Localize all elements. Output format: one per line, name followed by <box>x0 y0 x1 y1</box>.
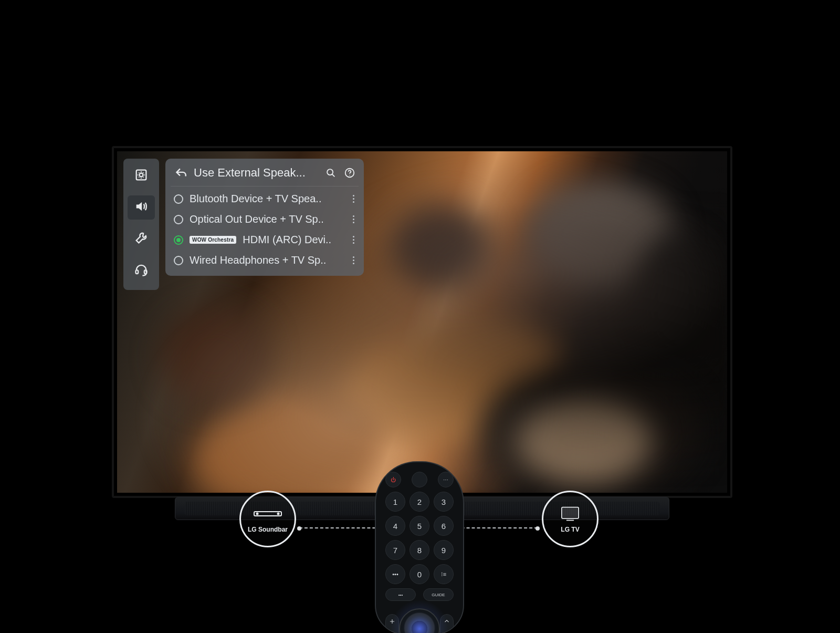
numpad-3[interactable]: 3 <box>434 492 454 512</box>
more-icon[interactable] <box>353 236 355 244</box>
power-button[interactable]: ⏻ <box>385 472 401 487</box>
brightness-icon <box>134 168 149 184</box>
tv-frame: Use External Speak... Blutooth Device + … <box>112 146 732 498</box>
soundbar-badge: LG Soundbar <box>239 491 296 547</box>
wrench-icon <box>134 231 149 247</box>
option-label: HDMI (ARC) Devi.. <box>243 234 331 246</box>
tv-badge: LG TV <box>542 491 598 547</box>
svg-point-8 <box>257 513 258 514</box>
sidebar-item-sound[interactable] <box>128 195 155 220</box>
sidebar-item-general[interactable] <box>128 227 155 251</box>
soundbar-label: LG Soundbar <box>248 526 288 533</box>
numpad-8[interactable]: 8 <box>410 540 429 560</box>
more-icon[interactable] <box>353 215 355 223</box>
radio-icon <box>174 256 183 265</box>
numpad-0[interactable]: 0 <box>410 564 429 584</box>
radio-icon <box>174 194 183 204</box>
option-optical-tv[interactable]: Optical Out Device + TV Sp.. <box>174 213 355 225</box>
numpad-5[interactable]: 5 <box>410 516 429 536</box>
ok-button[interactable] <box>412 621 427 633</box>
numpad-1[interactable]: 1 <box>385 492 405 512</box>
numpad-9[interactable]: 9 <box>434 540 454 560</box>
remote-blank-button[interactable] <box>412 472 427 487</box>
svg-point-9 <box>278 513 279 514</box>
numpad-4[interactable]: 4 <box>385 516 405 536</box>
more-icon[interactable] <box>353 256 355 264</box>
help-button[interactable] <box>343 166 356 180</box>
numpad-2[interactable]: 2 <box>410 492 429 512</box>
option-wired-headphones-tv[interactable]: Wired Headphones + TV Sp.. <box>174 254 355 266</box>
option-label: Wired Headphones + TV Sp.. <box>190 254 326 266</box>
option-label: Optical Out Device + TV Sp.. <box>190 213 324 225</box>
soundbar-icon <box>253 505 282 524</box>
numpad-list-button[interactable]: ⁝≡ <box>434 564 454 584</box>
option-bluetooth-tv[interactable]: Blutooth Device + TV Spea.. <box>174 193 355 205</box>
panel-header: Use External Speak... <box>171 165 359 186</box>
tv-screen: Use External Speak... Blutooth Device + … <box>117 151 727 493</box>
radio-icon <box>174 215 183 224</box>
svg-point-4 <box>327 169 333 175</box>
search-button[interactable] <box>324 166 338 180</box>
quick-settings-sidebar <box>123 159 159 290</box>
svg-point-6 <box>349 175 350 175</box>
sidebar-item-picture[interactable] <box>128 164 155 188</box>
radio-selected-icon <box>174 235 183 245</box>
sidebar-item-support[interactable] <box>128 258 155 283</box>
numpad-extra-left[interactable]: ••• <box>385 564 405 584</box>
more-actions-button[interactable]: ⋯ <box>438 472 454 487</box>
panel-title: Use External Speak... <box>194 166 319 180</box>
option-hdmi-arc[interactable]: WOW Orchestra HDMI (ARC) Devi.. <box>174 234 355 246</box>
headset-icon <box>134 262 149 279</box>
output-option-list: Blutooth Device + TV Spea.. Optical Out … <box>171 186 359 266</box>
speaker-icon <box>134 199 149 216</box>
magic-remote: ⏻ ⋯ 1 2 3 4 5 6 7 8 9 ••• 0 ⁝≡ ••• GUIDE <box>375 461 464 633</box>
option-label: Blutooth Device + TV Spea.. <box>190 193 321 205</box>
svg-point-1 <box>140 173 143 177</box>
numpad-6[interactable]: 6 <box>434 516 454 536</box>
svg-rect-11 <box>563 508 578 517</box>
svg-rect-2 <box>136 270 139 274</box>
numpad-7[interactable]: 7 <box>385 540 405 560</box>
tv-icon <box>555 505 585 524</box>
wow-orchestra-badge: WOW Orchestra <box>190 236 236 244</box>
more-icon[interactable] <box>353 195 355 203</box>
sound-output-panel: Use External Speak... Blutooth Device + … <box>165 159 364 276</box>
tv-label: LG TV <box>561 526 579 533</box>
back-button[interactable] <box>173 165 188 181</box>
